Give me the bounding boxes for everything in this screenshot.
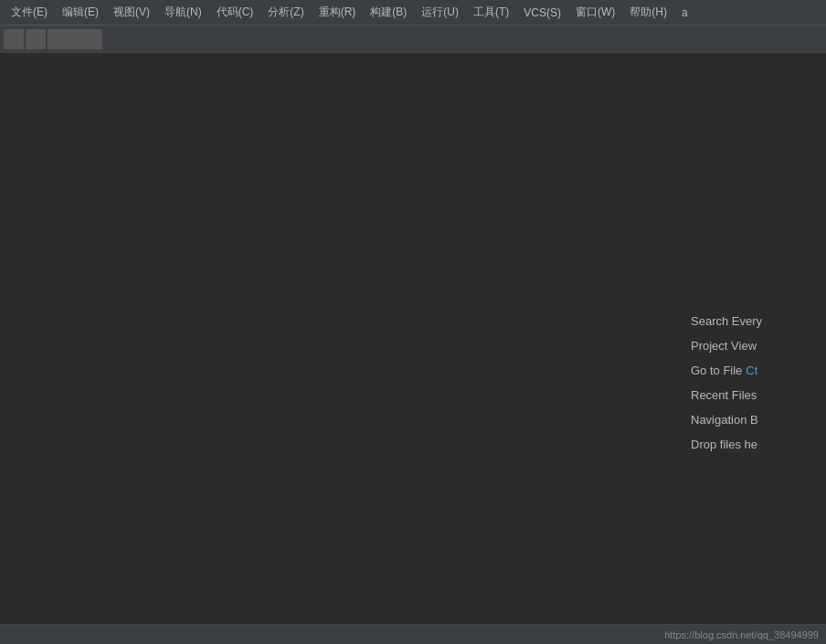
goto-file-item[interactable]: Go to FileCt (680, 358, 826, 383)
menu-analyze[interactable]: 分析(Z) (260, 2, 311, 23)
menu-code[interactable]: 代码(C) (209, 2, 261, 23)
navigation-bar-item[interactable]: Navigation B (680, 407, 826, 432)
goto-file-shortcut: Ct (746, 364, 757, 377)
menu-navigate[interactable]: 导航(N) (157, 2, 209, 23)
recent-files-item[interactable]: Recent Files (680, 383, 826, 407)
menu-help[interactable]: 帮助(H) (622, 2, 674, 23)
statusbar-url[interactable]: https://blog.csdn.net/qq_38494999 (664, 629, 819, 640)
drop-files-item[interactable]: Drop files he (680, 432, 826, 457)
toolbar-button-3[interactable] (48, 29, 102, 49)
menubar: 文件(E) 编辑(E) 视图(V) 导航(N) 代码(C) 分析(Z) 重构(R… (0, 0, 826, 26)
search-everywhere-item[interactable]: Search Every (680, 309, 826, 333)
toolbar-button-2[interactable] (26, 29, 46, 49)
main-content: Search Every Project View Go to FileCt R… (0, 53, 826, 624)
menu-vcs[interactable]: VCS(S) (516, 4, 568, 22)
menu-build[interactable]: 构建(B) (363, 2, 414, 23)
menu-tools[interactable]: 工具(T) (466, 2, 516, 23)
goto-file-label: Go to File (691, 364, 742, 377)
project-view-item[interactable]: Project View (680, 333, 826, 358)
menu-file[interactable]: 文件(E) (4, 2, 55, 23)
toolbar (0, 26, 826, 53)
menu-run[interactable]: 运行(U) (414, 2, 466, 23)
statusbar: https://blog.csdn.net/qq_38494999 (0, 624, 826, 644)
menu-extra[interactable]: a (674, 4, 695, 22)
toolbar-button-1[interactable] (4, 29, 24, 49)
menu-edit[interactable]: 编辑(E) (55, 2, 106, 23)
menu-view[interactable]: 视图(V) (106, 2, 157, 23)
popup-panel: Search Every Project View Go to FileCt R… (680, 309, 826, 457)
menu-window[interactable]: 窗口(W) (568, 2, 622, 23)
menu-refactor[interactable]: 重构(R) (312, 2, 364, 23)
